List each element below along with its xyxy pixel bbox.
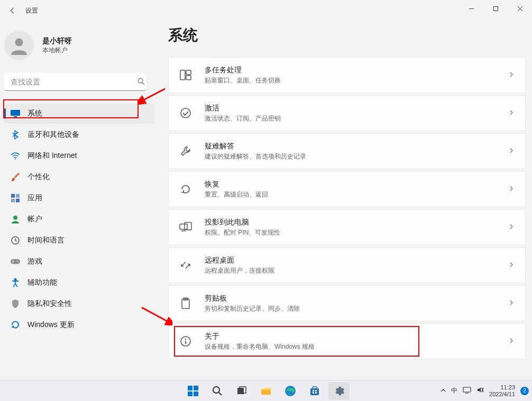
sidebar-item-9[interactable]: 隐私和安全性 bbox=[4, 294, 154, 314]
brush-icon bbox=[11, 172, 20, 182]
svg-rect-40 bbox=[261, 390, 271, 395]
search-input[interactable] bbox=[4, 73, 146, 91]
clipboard-icon bbox=[179, 297, 192, 310]
svg-rect-47 bbox=[315, 392, 317, 394]
card-subtitle: 剪切和复制历史记录、同步、清除 bbox=[205, 304, 508, 313]
file-explorer-button[interactable] bbox=[255, 382, 277, 400]
back-button[interactable] bbox=[4, 2, 21, 19]
sidebar-item-label: 应用 bbox=[27, 193, 42, 203]
svg-rect-9 bbox=[16, 194, 20, 198]
sidebar-item-4[interactable]: 应用 bbox=[4, 188, 154, 208]
chevron-right-icon bbox=[508, 108, 515, 118]
user-account-type: 本地帐户 bbox=[42, 46, 72, 55]
taskbar-search-button[interactable] bbox=[207, 382, 228, 400]
shield-icon bbox=[11, 299, 20, 309]
svg-rect-44 bbox=[313, 390, 314, 391]
nav-list: 系统蓝牙和其他设备网络和 Internet个性化应用帐户时间和语言游戏辅助功能隐… bbox=[4, 104, 154, 335]
settings-card-wrench[interactable]: 疑难解答建议的疑难解答、首选项和历史记录 bbox=[168, 133, 526, 169]
settings-card-check[interactable]: 激活激活状态、订阅、产品密钥 bbox=[168, 95, 526, 131]
svg-rect-20 bbox=[186, 76, 191, 80]
svg-rect-48 bbox=[463, 387, 471, 392]
settings-card-info[interactable]: 关于设备规格，重命名电脑、Windows 规格 bbox=[168, 323, 526, 359]
sidebar-item-3[interactable]: 个性化 bbox=[4, 167, 154, 187]
sidebar-item-2[interactable]: 网络和 Internet bbox=[4, 146, 154, 166]
task-view-button[interactable] bbox=[231, 382, 252, 400]
svg-point-12 bbox=[13, 216, 17, 220]
store-button[interactable] bbox=[304, 382, 325, 400]
card-title: 关于 bbox=[205, 332, 508, 341]
user-block[interactable]: 是小轩呀 本地帐户 bbox=[4, 31, 154, 73]
card-subtitle: 贴靠窗口、桌面、任务切换 bbox=[205, 76, 508, 85]
settings-button[interactable] bbox=[328, 382, 350, 400]
chevron-right-icon bbox=[508, 337, 515, 346]
remote-icon bbox=[179, 259, 192, 272]
settings-card-clipboard[interactable]: 剪贴板剪切和复制历史记录、同步、清除 bbox=[168, 285, 526, 321]
svg-rect-32 bbox=[188, 386, 192, 390]
svg-rect-10 bbox=[11, 199, 15, 202]
clock[interactable]: 11:23 2022/4/11 bbox=[489, 384, 515, 397]
svg-rect-19 bbox=[186, 70, 191, 74]
sidebar-item-10[interactable]: Windows 更新 bbox=[4, 315, 154, 335]
sidebar-item-label: 时间和语言 bbox=[27, 236, 65, 245]
wifi-icon bbox=[11, 151, 20, 161]
sidebar-item-1[interactable]: 蓝牙和其他设备 bbox=[4, 125, 154, 145]
sidebar-item-0[interactable]: 系统 bbox=[4, 104, 154, 124]
card-title: 恢复 bbox=[205, 180, 508, 189]
chevron-right-icon bbox=[508, 70, 515, 80]
chevron-right-icon bbox=[508, 184, 515, 194]
settings-list: 多任务处理贴靠窗口、桌面、任务切换激活激活状态、订阅、产品密钥疑难解答建议的疑难… bbox=[168, 57, 526, 359]
svg-point-16 bbox=[17, 262, 19, 263]
close-button[interactable] bbox=[508, 0, 532, 17]
start-button[interactable] bbox=[182, 382, 204, 400]
card-subtitle: 远程桌面用户，连接权限 bbox=[205, 266, 508, 275]
sidebar-item-8[interactable]: 辅助功能 bbox=[4, 273, 154, 293]
date-label: 2022/4/11 bbox=[489, 391, 515, 397]
settings-card-remote[interactable]: 远程桌面远程桌面用户，连接权限 bbox=[168, 247, 526, 283]
search-box bbox=[4, 73, 154, 91]
sidebar-item-label: 蓝牙和其他设备 bbox=[27, 130, 79, 139]
card-subtitle: 重置、高级启动、返回 bbox=[205, 190, 508, 199]
svg-rect-11 bbox=[16, 199, 20, 202]
minimize-button[interactable] bbox=[459, 0, 483, 17]
volume-icon[interactable] bbox=[476, 386, 484, 395]
svg-rect-46 bbox=[313, 392, 314, 394]
settings-card-project[interactable]: 投影到此电脑权限、配对 PIN、可发现性 bbox=[168, 209, 526, 245]
network-icon[interactable] bbox=[463, 386, 471, 395]
sidebar: 是小轩呀 本地帐户 系统蓝牙和其他设备网络和 Internet个性化应用帐户时间… bbox=[0, 21, 159, 380]
monitor-icon bbox=[11, 109, 20, 118]
content-area: 系统 多任务处理贴靠窗口、桌面、任务切换激活激活状态、订阅、产品密钥疑难解答建议… bbox=[159, 21, 532, 380]
svg-rect-6 bbox=[14, 116, 17, 117]
settings-card-recovery[interactable]: 恢复重置、高级启动、返回 bbox=[168, 171, 526, 207]
sidebar-item-label: 辅助功能 bbox=[27, 278, 57, 287]
svg-rect-22 bbox=[180, 224, 187, 229]
sidebar-item-6[interactable]: 时间和语言 bbox=[4, 230, 154, 250]
edge-button[interactable] bbox=[280, 382, 301, 400]
card-subtitle: 权限、配对 PIN、可发现性 bbox=[205, 228, 508, 237]
svg-line-4 bbox=[142, 82, 144, 85]
card-subtitle: 建议的疑难解答、首选项和历史记录 bbox=[205, 152, 508, 161]
maximize-button[interactable] bbox=[483, 0, 508, 17]
sidebar-item-5[interactable]: 帐户 bbox=[4, 209, 154, 229]
svg-point-3 bbox=[138, 78, 143, 83]
sidebar-item-label: Windows 更新 bbox=[27, 320, 75, 330]
titlebar: 设置 bbox=[0, 0, 532, 21]
accessibility-icon bbox=[11, 278, 20, 287]
info-icon bbox=[179, 335, 192, 348]
chevron-right-icon bbox=[508, 260, 515, 270]
svg-point-7 bbox=[15, 158, 16, 160]
bluetooth-icon bbox=[11, 130, 20, 139]
tray-overflow-icon[interactable] bbox=[441, 387, 446, 395]
ime-indicator[interactable]: 中 bbox=[451, 386, 457, 395]
sidebar-item-7[interactable]: 游戏 bbox=[4, 251, 154, 272]
settings-card-multitask[interactable]: 多任务处理贴靠窗口、桌面、任务切换 bbox=[168, 57, 526, 93]
apps-icon bbox=[11, 193, 20, 203]
svg-rect-8 bbox=[11, 194, 15, 198]
notification-badge[interactable]: 2 bbox=[520, 387, 529, 395]
card-title: 激活 bbox=[205, 104, 508, 113]
sidebar-item-label: 个性化 bbox=[27, 172, 50, 182]
wrench-icon bbox=[179, 145, 192, 157]
svg-point-21 bbox=[181, 108, 190, 118]
svg-point-15 bbox=[16, 260, 17, 261]
svg-rect-18 bbox=[180, 70, 185, 80]
sidebar-item-label: 网络和 Internet bbox=[27, 151, 77, 161]
